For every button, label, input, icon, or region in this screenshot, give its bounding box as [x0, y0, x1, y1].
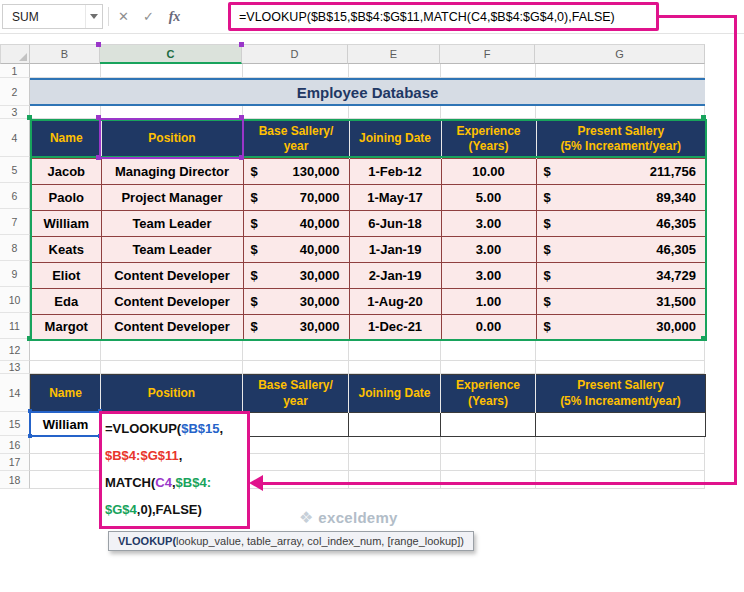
cell-base-salary[interactable]: $30,000 [243, 314, 349, 340]
table-header-cell[interactable]: Base Sallery/ year [243, 120, 349, 158]
select-all-corner[interactable] [0, 44, 30, 64]
cell-empty-g15[interactable] [536, 413, 706, 437]
cell-base-salary[interactable]: $30,000 [243, 262, 349, 288]
cell-empty-f15[interactable] [441, 413, 536, 437]
cell-present-salary[interactable]: $34,729 [536, 262, 706, 288]
cell-name[interactable]: Paolo [31, 184, 101, 210]
page-title: Employee Database [297, 84, 439, 101]
enter-button[interactable]: ✓ [137, 5, 160, 28]
table-header-cell[interactable]: Joining Date [349, 120, 441, 158]
cell-experience[interactable]: 1.00 [441, 288, 536, 314]
column-header[interactable]: B [30, 44, 100, 64]
table-header-cell[interactable]: Present Sallery (5% Increament/year) [536, 120, 706, 158]
column-header[interactable]: F [440, 44, 535, 64]
row-number[interactable]: 8 [0, 235, 30, 261]
table-header-cell[interactable]: Experience (Years) [441, 375, 536, 413]
cell-position[interactable]: Content Developer [101, 288, 243, 314]
cell-experience[interactable]: 3.00 [441, 262, 536, 288]
column-header[interactable]: G [535, 44, 705, 64]
row-number[interactable]: 11 [0, 313, 30, 339]
row-number[interactable]: 17 [0, 454, 30, 471]
column-header[interactable]: E [348, 44, 440, 64]
row-number[interactable]: 4 [0, 119, 30, 157]
cell-position[interactable]: Team Leader [101, 236, 243, 262]
cell-joining-date[interactable]: 1-Dec-21 [349, 314, 441, 340]
cell-experience[interactable]: 10.00 [441, 158, 536, 184]
cell-present-salary[interactable]: $46,305 [536, 236, 706, 262]
insert-function-button[interactable]: fx [163, 5, 186, 28]
cell-present-salary[interactable]: $46,305 [536, 210, 706, 236]
cell-present-salary[interactable]: $30,000 [536, 314, 706, 340]
row-number[interactable]: 1 [0, 64, 30, 78]
table-header-cell[interactable]: Experience (Years) [441, 120, 536, 158]
row-number[interactable]: 3 [0, 106, 30, 119]
excel-window: SUM ✕ ✓ fx =VLOOKUP($B$15,$B$4:$G$11,MAT… [0, 0, 744, 592]
cell-base-salary[interactable]: $30,000 [243, 288, 349, 314]
table-header-cell[interactable]: Base Sallery/ year [243, 375, 349, 413]
cell-experience[interactable]: 0.00 [441, 314, 536, 340]
table-header-cell[interactable]: Position [101, 120, 243, 158]
row-number[interactable]: 16 [0, 436, 30, 454]
row-number[interactable]: 9 [0, 261, 30, 287]
table-row: Paolo Project Manager $70,000 1-May-17 5… [31, 184, 706, 210]
cell-joining-date[interactable]: 1-Jan-19 [349, 236, 441, 262]
cell-joining-date[interactable]: 1-Aug-20 [349, 288, 441, 314]
cell-b15-lookup-name[interactable]: William [31, 413, 101, 437]
cell-name[interactable]: Margot [31, 314, 101, 340]
cell-joining-date[interactable]: 2-Jan-19 [349, 262, 441, 288]
cell-name[interactable]: Keats [31, 236, 101, 262]
cell-present-salary[interactable]: $89,340 [536, 184, 706, 210]
cell-empty-d15[interactable] [243, 413, 349, 437]
cell-empty-e15[interactable] [349, 413, 441, 437]
column-header[interactable]: D [242, 44, 348, 64]
cell-position[interactable]: Managing Director [101, 158, 243, 184]
name-box-dropdown[interactable] [85, 5, 102, 28]
table-header-cell[interactable]: Name [31, 375, 101, 413]
formula-cell-editor[interactable]: =VLOOKUP($B$15,$B$4:$G$11,MATCH(C4,$B$4:… [99, 411, 250, 529]
cell-base-salary[interactable]: $40,000 [243, 236, 349, 262]
cell-name[interactable]: William [31, 210, 101, 236]
cell-base-salary[interactable]: $40,000 [243, 210, 349, 236]
cell-experience[interactable]: 3.00 [441, 210, 536, 236]
cell-present-salary[interactable]: $211,756 [536, 158, 706, 184]
cell-joining-date[interactable]: 1-May-17 [349, 184, 441, 210]
table-header-cell[interactable]: Joining Date [349, 375, 441, 413]
currency-symbol: $ [544, 294, 551, 309]
cell-joining-date[interactable]: 6-Jun-18 [349, 210, 441, 236]
column-header[interactable]: C [100, 44, 242, 64]
row-number[interactable]: 18 [0, 471, 30, 489]
cell-position[interactable]: Content Developer [101, 262, 243, 288]
cell-name[interactable]: Eda [31, 288, 101, 314]
cell-position[interactable]: Project Manager [101, 184, 243, 210]
formula-segment: $G$4 [105, 502, 137, 517]
cell-name[interactable]: Eliot [31, 262, 101, 288]
cell-base-salary[interactable]: $130,000 [243, 158, 349, 184]
grid-row: 12 [0, 339, 744, 361]
row-number[interactable]: 2 [0, 78, 30, 106]
table-header-cell[interactable]: Position [101, 375, 243, 413]
title-banner[interactable]: Employee Database [30, 78, 705, 106]
row-number[interactable]: 15 [0, 412, 30, 436]
row-number[interactable]: 12 [0, 339, 30, 361]
row-number[interactable]: 7 [0, 209, 30, 235]
row-number[interactable]: 13 [0, 361, 30, 374]
cell-name[interactable]: Jacob [31, 158, 101, 184]
cell-position[interactable]: Team Leader [101, 210, 243, 236]
row-number[interactable]: 6 [0, 183, 30, 209]
cell-present-salary[interactable]: $31,500 [536, 288, 706, 314]
cell-position[interactable]: Content Developer [101, 314, 243, 340]
cell-joining-date[interactable]: 1-Feb-12 [349, 158, 441, 184]
name-box[interactable]: SUM [2, 4, 103, 29]
row-number[interactable]: 5 [0, 157, 30, 183]
cell-experience[interactable]: 3.00 [441, 236, 536, 262]
row-number[interactable]: 14 [0, 374, 30, 412]
formula-input[interactable]: =VLOOKUP($B$15,$B$4:$G$11,MATCH(C4,$B$4:… [228, 2, 659, 31]
amount: 70,000 [300, 190, 340, 205]
cell-base-salary[interactable]: $70,000 [243, 184, 349, 210]
table-header-cell[interactable]: Present Sallery (5% Increament/year) [536, 375, 706, 413]
table-header-cell[interactable]: Name [31, 120, 101, 158]
row-number[interactable]: 10 [0, 287, 30, 313]
cell-experience[interactable]: 5.00 [441, 184, 536, 210]
function-tooltip: VLOOKUP(lookup_value, table_array, col_i… [108, 531, 474, 551]
cancel-button[interactable]: ✕ [112, 5, 135, 28]
